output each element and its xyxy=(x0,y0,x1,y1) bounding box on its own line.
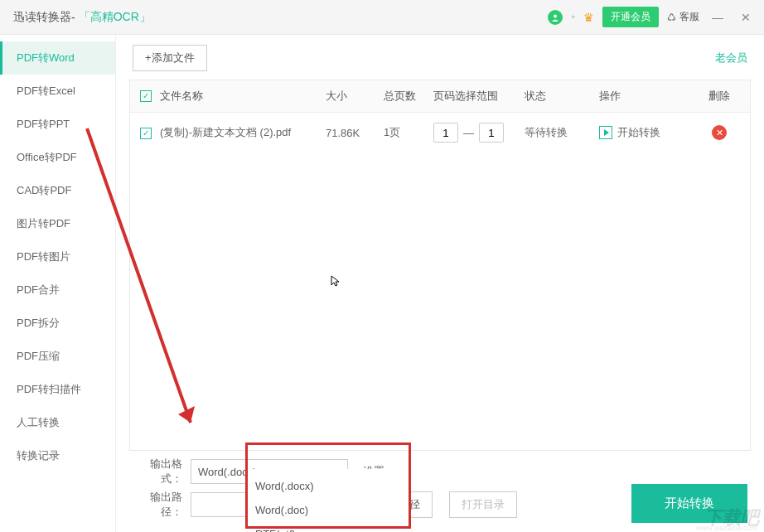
open-dir-button[interactable]: 打开目录 xyxy=(449,491,517,518)
separator: - xyxy=(71,11,75,24)
col-status: 状态 xyxy=(525,89,599,104)
select-all-checkbox[interactable]: ✓ xyxy=(140,90,152,102)
page-range: — xyxy=(433,123,525,143)
col-range: 页码选择范围 xyxy=(433,89,525,104)
file-name: (复制)-新建文本文档 (2).pdf xyxy=(160,125,326,140)
crown-icon[interactable]: ♛ xyxy=(583,11,594,24)
play-icon xyxy=(599,126,612,139)
range-sep: — xyxy=(463,127,474,139)
title-right: • ♛ 开通会员 ♺ 客服 — ✕ xyxy=(548,7,756,27)
row-checkbox[interactable]: ✓ xyxy=(140,128,152,139)
sidebar-item-pdf-scan[interactable]: PDF转扫描件 xyxy=(0,373,115,406)
col-name: 文件名称 xyxy=(160,89,326,104)
file-table: ✓ 文件名称 大小 总页数 页码选择范围 状态 操作 删除 ✓ (复制)-新建文… xyxy=(129,80,751,451)
vip-button[interactable]: 开通会员 xyxy=(602,7,659,27)
toolbar: +添加文件 老会员 xyxy=(129,45,751,71)
col-action: 操作 xyxy=(599,89,699,104)
table-row: ✓ (复制)-新建文本文档 (2).pdf 71.86K 1页 — 等待转换 开… xyxy=(130,113,750,152)
row-status: 等待转换 xyxy=(525,125,599,140)
convert-button[interactable]: 开始转换 xyxy=(631,484,747,523)
range-to-input[interactable] xyxy=(479,123,504,143)
col-size: 大小 xyxy=(326,89,384,104)
add-file-button[interactable]: +添加文件 xyxy=(133,45,207,71)
col-delete: 删除 xyxy=(699,89,740,104)
sidebar-item-pdf-ppt[interactable]: PDF转PPT xyxy=(0,108,115,141)
headset-icon: ♺ xyxy=(667,12,676,23)
content: +添加文件 老会员 ✓ 文件名称 大小 总页数 页码选择范围 状态 操作 删除 … xyxy=(116,35,764,532)
sidebar-item-pdf-word[interactable]: PDF转Word xyxy=(0,41,115,75)
dropdown-item-doc[interactable]: Word(.doc) xyxy=(245,498,411,522)
service-button[interactable]: ♺ 客服 xyxy=(667,10,699,24)
file-size: 71.86K xyxy=(326,127,384,139)
dropdown-item-docx[interactable]: Word(.docx) xyxy=(245,474,411,498)
sidebar-item-pdf-excel[interactable]: PDF转Excel xyxy=(0,75,115,108)
format-row: 输出格式： Word(.docx) ▾ 设置 xyxy=(133,459,747,484)
bottom-controls: 输出格式： Word(.docx) ▾ 设置 输出路径： ▾ 选择路径 打开目录… xyxy=(129,451,751,525)
delete-button[interactable]: ✕ xyxy=(712,125,727,140)
user-avatar-icon[interactable] xyxy=(548,10,563,25)
titlebar: 迅读转换器 - 「高精OCR」 • ♛ 开通会员 ♺ 客服 — ✕ xyxy=(0,0,764,35)
format-label: 输出格式： xyxy=(133,457,182,486)
row-action[interactable]: 开始转换 xyxy=(599,125,699,140)
total-pages: 1页 xyxy=(384,125,433,140)
col-pages: 总页数 xyxy=(384,89,433,104)
sidebar-item-office-pdf[interactable]: Office转PDF xyxy=(0,141,115,174)
main-layout: PDF转Word PDF转Excel PDF转PPT Office转PDF CA… xyxy=(0,35,764,532)
ocr-badge: 「高精OCR」 xyxy=(79,10,151,25)
sidebar-item-cad-pdf[interactable]: CAD转PDF xyxy=(0,174,115,207)
dot-sep: • xyxy=(571,11,575,23)
sidebar: PDF转Word PDF转Excel PDF转PPT Office转PDF CA… xyxy=(0,35,116,532)
title-left: 迅读转换器 - 「高精OCR」 xyxy=(13,10,151,25)
sidebar-item-pdf-img[interactable]: PDF转图片 xyxy=(0,240,115,273)
range-from-input[interactable] xyxy=(433,123,458,143)
close-button[interactable]: ✕ xyxy=(736,7,756,27)
svg-point-0 xyxy=(554,14,557,17)
action-label: 开始转换 xyxy=(617,125,660,140)
format-dropdown: Word(.docx) Word(.doc) RTF(.rtf) xyxy=(245,469,411,532)
sidebar-item-manual[interactable]: 人工转换 xyxy=(0,406,115,439)
sidebar-item-pdf-split[interactable]: PDF拆分 xyxy=(0,307,115,340)
path-label: 输出路径： xyxy=(133,490,182,520)
sidebar-item-history[interactable]: 转换记录 xyxy=(0,439,115,472)
table-header: ✓ 文件名称 大小 总页数 页码选择范围 状态 操作 删除 xyxy=(130,80,750,113)
sidebar-item-pdf-merge[interactable]: PDF合并 xyxy=(0,273,115,307)
dropdown-item-rtf[interactable]: RTF(.rtf) xyxy=(245,522,411,532)
sidebar-item-pdf-compress[interactable]: PDF压缩 xyxy=(0,340,115,373)
old-member-link[interactable]: 老会员 xyxy=(715,51,747,65)
minimize-button[interactable]: — xyxy=(708,7,728,27)
app-name: 迅读转换器 xyxy=(13,10,71,25)
sidebar-item-img-pdf[interactable]: 图片转PDF xyxy=(0,207,115,240)
